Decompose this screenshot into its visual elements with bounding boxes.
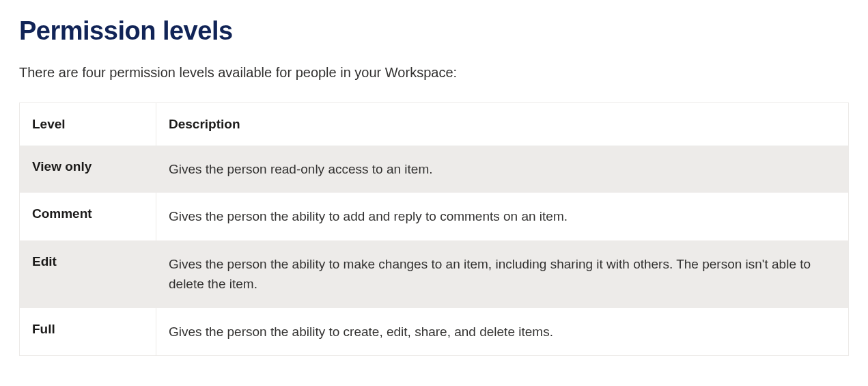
level-name: View only [20,146,156,193]
table-row: Comment Gives the person the ability to … [20,193,849,240]
table-row: Full Gives the person the ability to cre… [20,308,849,356]
page-heading: Permission levels [19,16,849,46]
level-name: Edit [20,240,156,308]
column-header-description: Description [156,103,849,146]
level-description: Gives the person the ability to add and … [156,193,849,240]
level-name: Comment [20,193,156,240]
level-description: Gives the person the ability to make cha… [156,240,849,308]
intro-text: There are four permission levels availab… [19,65,849,81]
table-row: View only Gives the person read-only acc… [20,146,849,193]
table-row: Edit Gives the person the ability to mak… [20,240,849,308]
level-description: Gives the person read-only access to an … [156,146,849,193]
table-header-row: Level Description [20,103,849,146]
column-header-level: Level [20,103,156,146]
level-name: Full [20,308,156,356]
permission-levels-table: Level Description View only Gives the pe… [19,102,849,356]
level-description: Gives the person the ability to create, … [156,308,849,356]
